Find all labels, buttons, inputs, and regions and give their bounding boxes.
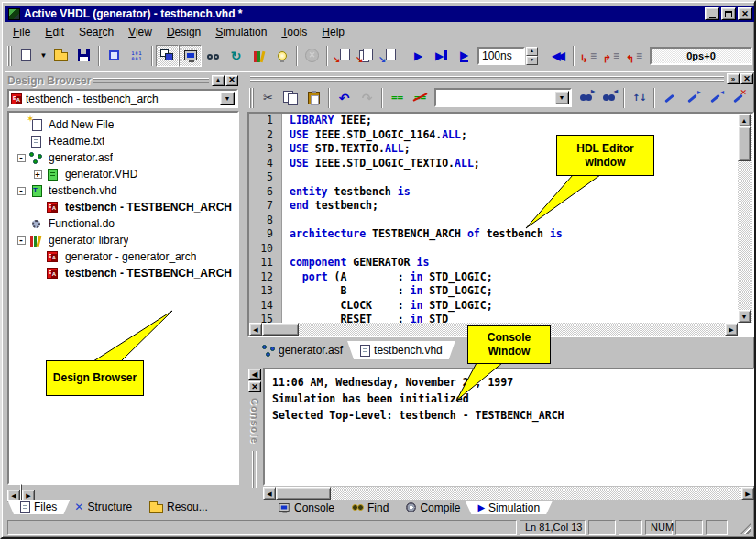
menu-search[interactable]: Search [71,25,121,39]
tip-button[interactable] [270,45,293,67]
menu-view[interactable]: View [121,25,159,39]
console-grip[interactable] [252,451,257,488]
console-horizontal-scrollbar[interactable]: ◀▶ [263,487,754,500]
tree-item[interactable]: EAtestbench - TESTBENCH_ARCH [9,199,237,215]
cut-button[interactable]: ✂ [257,87,279,109]
scroll-thumb[interactable] [276,487,331,500]
design-browser-caption[interactable]: Design Browser ▲✕ [5,73,240,87]
top-level-combo[interactable]: EA testbench - testbench_arch ▼ [7,89,238,108]
bookmark-prev-button[interactable]: ◂ [704,87,727,109]
doc-tab-testbench-vhd[interactable]: testbench.vhd [347,341,455,359]
tree-item[interactable]: EAtestbench - TESTBENCH_ARCH [9,265,237,281]
browser-tab-resou-[interactable]: Resou... [137,500,221,514]
scroll-thumb[interactable] [738,126,751,161]
bookmark-clear-button[interactable]: ✕ [727,87,750,109]
search-dropdown-button[interactable]: ▼ [554,91,569,104]
tree-expander[interactable]: - [17,154,26,162]
doc-tab-generator-asf[interactable]: generator.asf [249,341,356,359]
scroll-down-button[interactable]: ▼ [738,310,751,323]
editor-close-button[interactable]: ✕ [740,73,753,84]
undo-button[interactable]: ↶ [333,87,356,109]
bookmark-next-button[interactable]: ▸ [681,87,704,109]
new-file-dropdown[interactable]: ▼ [38,45,49,67]
preview-button[interactable] [202,45,225,67]
trace-over-button[interactable]: ≡↱ [600,45,623,67]
tree-expander[interactable]: - [17,236,26,245]
resize-grip[interactable] [740,522,751,534]
tree-item[interactable]: -generator.asf [9,149,237,166]
tree-expander[interactable]: - [17,187,26,195]
restart-button[interactable]: ◀◀ [547,45,570,67]
tree-item[interactable]: Readme.txt [9,133,237,149]
tree-item[interactable]: -generator library [9,232,237,248]
find-previous-button[interactable]: ◂ [597,87,620,109]
menu-design[interactable]: Design [159,25,208,39]
time-spin-up[interactable]: ▲ [526,47,538,56]
console-tab-find[interactable]: Find [339,500,401,514]
console-tab-compile[interactable]: Compile [393,500,473,514]
run-for-button[interactable]: ▶ [453,45,476,67]
waveform-button[interactable]: 101001 [126,45,148,67]
goto-button[interactable]: ↑↓ [628,87,651,109]
panel-expand-button[interactable]: » [727,73,740,84]
find-next-button[interactable]: ▸ [575,87,597,109]
scroll-right-button[interactable]: ▶ [725,323,738,336]
menu-help[interactable]: Help [314,25,352,39]
redo-button[interactable]: ↷ [356,87,378,109]
step-button[interactable]: ▶ [430,45,453,67]
library-manager-button[interactable] [247,45,270,67]
trace-into-button[interactable]: ≡↳ [577,45,600,67]
combo-dropdown-button[interactable]: ▼ [220,92,235,105]
toolbar-grip[interactable] [7,46,12,66]
menu-tools[interactable]: Tools [274,25,314,39]
console-tab-simulation[interactable]: ▶Simulation [465,500,553,514]
save-button[interactable] [72,45,95,67]
workspace-view-button[interactable] [179,45,202,67]
editor-grab-bar[interactable]: »✕ [247,73,754,84]
browser-tab-files[interactable]: Files [7,500,70,514]
copy-button[interactable] [279,87,302,109]
bookmark-toggle-button[interactable] [658,87,681,109]
app-icon[interactable] [8,8,20,20]
editor-vertical-scrollbar[interactable]: ▲▼ [738,114,752,323]
console-tab-console[interactable]: Console [265,500,347,514]
tree-expander[interactable]: + [34,170,42,179]
design-flow-button[interactable] [103,45,126,67]
design-files-tree[interactable]: ✶Add New FileReadme.txt-generator.asf+ge… [7,111,239,485]
run-button[interactable]: ▶ [407,45,430,67]
tree-item[interactable]: +generator.VHD [9,166,237,182]
trace-out-button[interactable]: ≡↰ [623,45,646,67]
scroll-thumb[interactable] [262,323,299,336]
cascade-windows-button[interactable] [156,45,179,67]
scroll-right-button[interactable]: ▶ [741,487,754,500]
panel-maximize-button[interactable]: ▲ [212,75,225,86]
open-button[interactable] [49,45,72,67]
minimize-button[interactable] [705,7,719,20]
new-file-button[interactable] [15,45,38,67]
compile-button[interactable]: ↘ [331,45,354,67]
tree-item[interactable]: ✶Add New File [9,116,237,133]
tree-item[interactable]: EAgenerator - generator_arch [9,248,237,265]
panel-close-button[interactable]: ✕ [225,75,238,86]
tree-horizontal-scrollbar[interactable]: ◀▶ [7,485,239,498]
compare-button[interactable]: == [386,87,409,109]
code-area[interactable]: 1LIBRARY IEEE;2USE IEEE.STD_LOGIC_1164.A… [249,114,738,323]
simulation-time-input[interactable] [477,47,525,65]
tree-item[interactable]: -Ttestbench.vhd [9,182,237,199]
paste-button[interactable] [302,87,325,109]
compile-order-button[interactable]: ↘ [377,45,400,67]
console-output[interactable]: 11:06 AM, Wednesday, November 26, 1997Si… [263,368,754,486]
refresh-button[interactable]: ↻ [225,45,247,67]
menu-simulation[interactable]: Simulation [208,25,274,39]
hdl-editor[interactable]: 1LIBRARY IEEE;2USE IEEE.STD_LOGIC_1164.A… [247,112,754,337]
maximize-button[interactable] [721,7,736,20]
console-close-button[interactable]: ✕ [248,381,261,392]
console-dock-button[interactable]: ◀ [248,368,261,380]
scroll-left-button[interactable]: ◀ [249,323,262,336]
toolbar-grip[interactable] [249,88,254,108]
menu-file[interactable]: File [5,25,38,39]
compile-all-button[interactable]: ↘ [354,45,377,67]
close-button[interactable]: ✕ [738,7,752,20]
stop-button[interactable]: ✕ [301,45,323,67]
compare-diff-button[interactable]: == [409,87,432,109]
